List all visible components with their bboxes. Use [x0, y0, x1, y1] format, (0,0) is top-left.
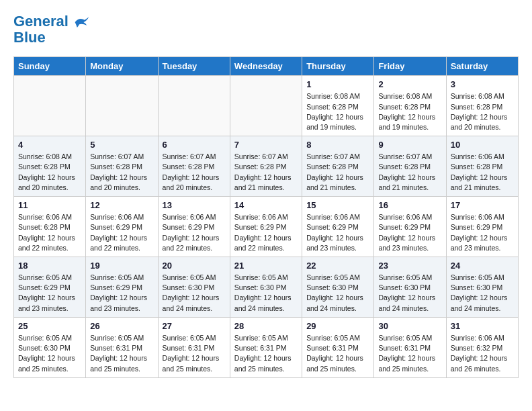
logo-general: General	[13, 13, 69, 30]
calendar-cell	[86, 76, 158, 136]
day-header-row: SundayMondayTuesdayWednesdayThursdayFrid…	[14, 57, 519, 76]
day-info: Sunrise: 6:05 AM Sunset: 6:29 PM Dayligh…	[90, 273, 153, 314]
calendar-cell: 10Sunrise: 6:06 AM Sunset: 6:28 PM Dayli…	[446, 136, 518, 197]
day-number: 11	[18, 200, 81, 210]
day-info: Sunrise: 6:07 AM Sunset: 6:28 PM Dayligh…	[163, 152, 226, 193]
calendar-cell: 27Sunrise: 6:05 AM Sunset: 6:31 PM Dayli…	[158, 317, 230, 377]
calendar-cell: 9Sunrise: 6:07 AM Sunset: 6:28 PM Daylig…	[374, 136, 446, 197]
page-header: General Blue	[13, 13, 519, 46]
calendar-week-row: 4Sunrise: 6:08 AM Sunset: 6:28 PM Daylig…	[14, 136, 519, 197]
day-number: 22	[306, 261, 369, 271]
calendar-cell: 28Sunrise: 6:05 AM Sunset: 6:31 PM Dayli…	[230, 317, 302, 377]
day-info: Sunrise: 6:07 AM Sunset: 6:28 PM Dayligh…	[378, 152, 441, 193]
day-info: Sunrise: 6:05 AM Sunset: 6:30 PM Dayligh…	[163, 273, 226, 314]
logo-bird-icon	[74, 15, 90, 29]
day-number: 10	[451, 140, 514, 150]
day-info: Sunrise: 6:05 AM Sunset: 6:30 PM Dayligh…	[234, 273, 298, 314]
day-number: 24	[451, 261, 514, 271]
calendar-cell	[14, 76, 86, 136]
day-info: Sunrise: 6:06 AM Sunset: 6:32 PM Dayligh…	[451, 333, 514, 374]
day-info: Sunrise: 6:08 AM Sunset: 6:28 PM Dayligh…	[18, 152, 81, 193]
calendar-cell: 4Sunrise: 6:08 AM Sunset: 6:28 PM Daylig…	[14, 136, 86, 197]
day-info: Sunrise: 6:05 AM Sunset: 6:31 PM Dayligh…	[234, 333, 298, 374]
calendar-cell: 26Sunrise: 6:05 AM Sunset: 6:31 PM Dayli…	[86, 317, 158, 377]
calendar-cell	[230, 76, 302, 136]
day-info: Sunrise: 6:05 AM Sunset: 6:31 PM Dayligh…	[163, 333, 226, 374]
day-number: 27	[163, 321, 226, 331]
day-number: 8	[306, 140, 369, 150]
day-number: 31	[451, 321, 514, 331]
day-info: Sunrise: 6:05 AM Sunset: 6:30 PM Dayligh…	[378, 273, 441, 314]
calendar-cell: 30Sunrise: 6:05 AM Sunset: 6:31 PM Dayli…	[374, 317, 446, 377]
calendar-cell: 21Sunrise: 6:05 AM Sunset: 6:30 PM Dayli…	[230, 257, 302, 318]
day-number: 1	[306, 79, 369, 89]
day-info: Sunrise: 6:05 AM Sunset: 6:31 PM Dayligh…	[306, 333, 369, 374]
day-number: 12	[90, 200, 153, 210]
day-info: Sunrise: 6:05 AM Sunset: 6:29 PM Dayligh…	[18, 273, 81, 314]
calendar-cell: 11Sunrise: 6:06 AM Sunset: 6:28 PM Dayli…	[14, 197, 86, 257]
day-number: 23	[378, 261, 441, 271]
calendar-cell: 6Sunrise: 6:07 AM Sunset: 6:28 PM Daylig…	[158, 136, 230, 197]
calendar-week-row: 1Sunrise: 6:08 AM Sunset: 6:28 PM Daylig…	[14, 76, 519, 136]
day-info: Sunrise: 6:06 AM Sunset: 6:29 PM Dayligh…	[306, 212, 369, 253]
calendar-cell: 15Sunrise: 6:06 AM Sunset: 6:29 PM Dayli…	[302, 197, 374, 257]
calendar-cell: 14Sunrise: 6:06 AM Sunset: 6:29 PM Dayli…	[230, 197, 302, 257]
calendar-cell: 20Sunrise: 6:05 AM Sunset: 6:30 PM Dayli…	[158, 257, 230, 318]
day-number: 16	[378, 200, 441, 210]
day-info: Sunrise: 6:06 AM Sunset: 6:29 PM Dayligh…	[234, 212, 298, 253]
day-number: 20	[163, 261, 226, 271]
day-info: Sunrise: 6:06 AM Sunset: 6:29 PM Dayligh…	[451, 212, 514, 253]
day-info: Sunrise: 6:07 AM Sunset: 6:28 PM Dayligh…	[90, 152, 153, 193]
day-info: Sunrise: 6:06 AM Sunset: 6:28 PM Dayligh…	[451, 152, 514, 193]
day-number: 13	[163, 200, 226, 210]
calendar-cell	[158, 76, 230, 136]
day-header-saturday: Saturday	[446, 57, 518, 76]
calendar-cell: 18Sunrise: 6:05 AM Sunset: 6:29 PM Dayli…	[14, 257, 86, 318]
day-number: 18	[18, 261, 81, 271]
day-header-tuesday: Tuesday	[158, 57, 230, 76]
calendar-table: SundayMondayTuesdayWednesdayThursdayFrid…	[13, 56, 519, 377]
day-number: 17	[451, 200, 514, 210]
day-info: Sunrise: 6:08 AM Sunset: 6:28 PM Dayligh…	[451, 91, 514, 132]
calendar-cell: 22Sunrise: 6:05 AM Sunset: 6:30 PM Dayli…	[302, 257, 374, 318]
logo: General Blue	[13, 13, 90, 46]
day-number: 3	[451, 79, 514, 89]
day-number: 14	[234, 200, 298, 210]
day-header-wednesday: Wednesday	[230, 57, 302, 76]
day-info: Sunrise: 6:08 AM Sunset: 6:28 PM Dayligh…	[306, 91, 369, 132]
day-number: 25	[18, 321, 81, 331]
day-info: Sunrise: 6:05 AM Sunset: 6:31 PM Dayligh…	[90, 333, 153, 374]
day-info: Sunrise: 6:05 AM Sunset: 6:30 PM Dayligh…	[18, 333, 81, 374]
calendar-week-row: 18Sunrise: 6:05 AM Sunset: 6:29 PM Dayli…	[14, 257, 519, 318]
day-header-thursday: Thursday	[302, 57, 374, 76]
logo-blue: Blue	[13, 30, 90, 46]
day-info: Sunrise: 6:07 AM Sunset: 6:28 PM Dayligh…	[234, 152, 298, 193]
calendar-cell: 25Sunrise: 6:05 AM Sunset: 6:30 PM Dayli…	[14, 317, 86, 377]
day-info: Sunrise: 6:05 AM Sunset: 6:31 PM Dayligh…	[378, 333, 441, 374]
day-info: Sunrise: 6:05 AM Sunset: 6:30 PM Dayligh…	[306, 273, 369, 314]
day-info: Sunrise: 6:06 AM Sunset: 6:28 PM Dayligh…	[18, 212, 81, 253]
calendar-cell: 5Sunrise: 6:07 AM Sunset: 6:28 PM Daylig…	[86, 136, 158, 197]
calendar-cell: 12Sunrise: 6:06 AM Sunset: 6:29 PM Dayli…	[86, 197, 158, 257]
calendar-cell: 16Sunrise: 6:06 AM Sunset: 6:29 PM Dayli…	[374, 197, 446, 257]
day-info: Sunrise: 6:06 AM Sunset: 6:29 PM Dayligh…	[378, 212, 441, 253]
day-number: 4	[18, 140, 81, 150]
calendar-week-row: 25Sunrise: 6:05 AM Sunset: 6:30 PM Dayli…	[14, 317, 519, 377]
calendar-cell: 7Sunrise: 6:07 AM Sunset: 6:28 PM Daylig…	[230, 136, 302, 197]
calendar-cell: 19Sunrise: 6:05 AM Sunset: 6:29 PM Dayli…	[86, 257, 158, 318]
day-number: 29	[306, 321, 369, 331]
day-number: 21	[234, 261, 298, 271]
calendar-cell: 23Sunrise: 6:05 AM Sunset: 6:30 PM Dayli…	[374, 257, 446, 318]
day-header-monday: Monday	[86, 57, 158, 76]
day-number: 5	[90, 140, 153, 150]
day-number: 15	[306, 200, 369, 210]
calendar-week-row: 11Sunrise: 6:06 AM Sunset: 6:28 PM Dayli…	[14, 197, 519, 257]
day-info: Sunrise: 6:05 AM Sunset: 6:30 PM Dayligh…	[451, 273, 514, 314]
day-number: 7	[234, 140, 298, 150]
day-number: 2	[378, 79, 441, 89]
day-header-sunday: Sunday	[14, 57, 86, 76]
day-number: 28	[234, 321, 298, 331]
day-number: 26	[90, 321, 153, 331]
calendar-cell: 13Sunrise: 6:06 AM Sunset: 6:29 PM Dayli…	[158, 197, 230, 257]
day-info: Sunrise: 6:06 AM Sunset: 6:29 PM Dayligh…	[90, 212, 153, 253]
